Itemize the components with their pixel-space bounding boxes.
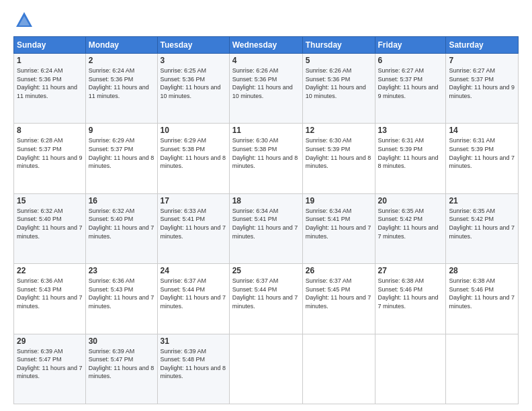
table-row: 29Sunrise: 6:39 AMSunset: 5:47 PMDayligh… xyxy=(14,334,86,404)
day-number: 10 xyxy=(161,126,226,135)
day-info: Sunrise: 6:29 AMSunset: 5:38 PMDaylight:… xyxy=(161,136,226,170)
day-info: Sunrise: 6:37 AMSunset: 5:45 PMDaylight:… xyxy=(306,277,372,310)
col-sunday: Sunday xyxy=(14,37,86,54)
day-number: 7 xyxy=(449,56,515,65)
day-info: Sunrise: 6:31 AMSunset: 5:39 PMDaylight:… xyxy=(378,136,443,170)
day-number: 11 xyxy=(232,126,300,135)
table-row: 28Sunrise: 6:38 AMSunset: 5:46 PMDayligh… xyxy=(446,264,519,334)
day-info: Sunrise: 6:25 AMSunset: 5:36 PMDaylight:… xyxy=(161,66,226,100)
col-tuesday: Tuesday xyxy=(157,37,229,54)
table-row: 16Sunrise: 6:32 AMSunset: 5:40 PMDayligh… xyxy=(85,193,157,263)
day-number: 14 xyxy=(449,126,515,135)
day-info: Sunrise: 6:36 AMSunset: 5:43 PMDaylight:… xyxy=(17,277,83,310)
day-info: Sunrise: 6:26 AMSunset: 5:36 PMDaylight:… xyxy=(232,66,300,100)
page: Sunday Monday Tuesday Wednesday Thursday… xyxy=(0,0,532,411)
table-row: 20Sunrise: 6:35 AMSunset: 5:42 PMDayligh… xyxy=(375,193,446,263)
table-row: 2Sunrise: 6:24 AMSunset: 5:36 PMDaylight… xyxy=(85,54,157,124)
day-number: 30 xyxy=(89,336,154,346)
day-number: 18 xyxy=(232,196,300,205)
day-info: Sunrise: 6:32 AMSunset: 5:40 PMDaylight:… xyxy=(89,207,154,240)
day-info: Sunrise: 6:39 AMSunset: 5:47 PMDaylight:… xyxy=(89,347,154,381)
table-row: 6Sunrise: 6:27 AMSunset: 5:37 PMDaylight… xyxy=(375,54,446,124)
day-info: Sunrise: 6:30 AMSunset: 5:38 PMDaylight:… xyxy=(232,136,300,170)
day-info: Sunrise: 6:29 AMSunset: 5:37 PMDaylight:… xyxy=(89,136,154,170)
day-number: 20 xyxy=(378,196,443,205)
table-row: 27Sunrise: 6:38 AMSunset: 5:46 PMDayligh… xyxy=(375,264,446,334)
day-info: Sunrise: 6:36 AMSunset: 5:43 PMDaylight:… xyxy=(89,277,154,310)
table-row xyxy=(302,334,375,404)
table-row: 26Sunrise: 6:37 AMSunset: 5:45 PMDayligh… xyxy=(302,264,375,334)
day-info: Sunrise: 6:35 AMSunset: 5:42 PMDaylight:… xyxy=(449,207,515,240)
table-row: 9Sunrise: 6:29 AMSunset: 5:37 PMDaylight… xyxy=(85,124,157,193)
logo-icon xyxy=(15,11,34,30)
day-number: 23 xyxy=(89,266,154,275)
day-number: 24 xyxy=(161,266,226,275)
day-number: 3 xyxy=(161,56,226,65)
day-info: Sunrise: 6:27 AMSunset: 5:37 PMDaylight:… xyxy=(378,66,443,100)
day-number: 26 xyxy=(306,266,372,275)
day-number: 21 xyxy=(449,196,515,205)
day-number: 1 xyxy=(17,56,83,65)
col-thursday: Thursday xyxy=(302,37,375,54)
col-saturday: Saturday xyxy=(446,37,519,54)
table-row: 12Sunrise: 6:30 AMSunset: 5:39 PMDayligh… xyxy=(302,124,375,193)
day-number: 13 xyxy=(378,126,443,135)
header-row: Sunday Monday Tuesday Wednesday Thursday… xyxy=(14,37,519,54)
day-number: 16 xyxy=(89,196,154,205)
day-number: 9 xyxy=(89,126,154,135)
day-info: Sunrise: 6:37 AMSunset: 5:44 PMDaylight:… xyxy=(232,277,300,310)
day-info: Sunrise: 6:24 AMSunset: 5:36 PMDaylight:… xyxy=(17,66,83,100)
day-number: 6 xyxy=(378,56,443,65)
table-row: 18Sunrise: 6:34 AMSunset: 5:41 PMDayligh… xyxy=(229,193,302,263)
day-info: Sunrise: 6:27 AMSunset: 5:37 PMDaylight:… xyxy=(449,66,515,100)
calendar-week-row: 15Sunrise: 6:32 AMSunset: 5:40 PMDayligh… xyxy=(14,193,519,263)
day-number: 25 xyxy=(232,266,300,275)
table-row: 10Sunrise: 6:29 AMSunset: 5:38 PMDayligh… xyxy=(157,124,229,193)
col-wednesday: Wednesday xyxy=(229,37,302,54)
day-info: Sunrise: 6:26 AMSunset: 5:36 PMDaylight:… xyxy=(306,66,372,100)
table-row: 30Sunrise: 6:39 AMSunset: 5:47 PMDayligh… xyxy=(85,334,157,404)
day-number: 29 xyxy=(17,336,83,346)
table-row: 17Sunrise: 6:33 AMSunset: 5:41 PMDayligh… xyxy=(157,193,229,263)
table-row: 15Sunrise: 6:32 AMSunset: 5:40 PMDayligh… xyxy=(14,193,86,263)
day-number: 19 xyxy=(306,196,372,205)
day-info: Sunrise: 6:31 AMSunset: 5:39 PMDaylight:… xyxy=(449,136,515,170)
table-row xyxy=(229,334,302,404)
table-row: 7Sunrise: 6:27 AMSunset: 5:37 PMDaylight… xyxy=(446,54,519,124)
table-row: 24Sunrise: 6:37 AMSunset: 5:44 PMDayligh… xyxy=(157,264,229,334)
day-number: 5 xyxy=(306,56,372,65)
table-row: 4Sunrise: 6:26 AMSunset: 5:36 PMDaylight… xyxy=(229,54,302,124)
table-row: 3Sunrise: 6:25 AMSunset: 5:36 PMDaylight… xyxy=(157,54,229,124)
day-info: Sunrise: 6:37 AMSunset: 5:44 PMDaylight:… xyxy=(161,277,226,310)
table-row xyxy=(375,334,446,404)
table-row: 11Sunrise: 6:30 AMSunset: 5:38 PMDayligh… xyxy=(229,124,302,193)
table-row: 31Sunrise: 6:39 AMSunset: 5:48 PMDayligh… xyxy=(157,334,229,404)
day-number: 31 xyxy=(161,336,226,346)
day-info: Sunrise: 6:39 AMSunset: 5:47 PMDaylight:… xyxy=(17,347,83,381)
day-info: Sunrise: 6:34 AMSunset: 5:41 PMDaylight:… xyxy=(232,207,300,240)
header xyxy=(13,11,519,30)
table-row: 5Sunrise: 6:26 AMSunset: 5:36 PMDaylight… xyxy=(302,54,375,124)
day-info: Sunrise: 6:39 AMSunset: 5:48 PMDaylight:… xyxy=(161,347,226,381)
table-row: 23Sunrise: 6:36 AMSunset: 5:43 PMDayligh… xyxy=(85,264,157,334)
calendar-week-row: 22Sunrise: 6:36 AMSunset: 5:43 PMDayligh… xyxy=(14,264,519,334)
day-info: Sunrise: 6:30 AMSunset: 5:39 PMDaylight:… xyxy=(306,136,372,170)
day-number: 12 xyxy=(306,126,372,135)
day-info: Sunrise: 6:24 AMSunset: 5:36 PMDaylight:… xyxy=(89,66,154,100)
day-number: 4 xyxy=(232,56,300,65)
day-number: 2 xyxy=(89,56,154,65)
col-monday: Monday xyxy=(85,37,157,54)
table-row: 8Sunrise: 6:28 AMSunset: 5:37 PMDaylight… xyxy=(14,124,86,193)
table-row xyxy=(446,334,519,404)
day-number: 22 xyxy=(17,266,83,275)
table-row: 22Sunrise: 6:36 AMSunset: 5:43 PMDayligh… xyxy=(14,264,86,334)
day-info: Sunrise: 6:32 AMSunset: 5:40 PMDaylight:… xyxy=(17,207,83,240)
table-row: 21Sunrise: 6:35 AMSunset: 5:42 PMDayligh… xyxy=(446,193,519,263)
day-info: Sunrise: 6:38 AMSunset: 5:46 PMDaylight:… xyxy=(378,277,443,310)
day-info: Sunrise: 6:35 AMSunset: 5:42 PMDaylight:… xyxy=(378,207,443,240)
day-info: Sunrise: 6:34 AMSunset: 5:41 PMDaylight:… xyxy=(306,207,372,240)
calendar-table: Sunday Monday Tuesday Wednesday Thursday… xyxy=(13,36,519,404)
calendar-week-row: 8Sunrise: 6:28 AMSunset: 5:37 PMDaylight… xyxy=(14,124,519,193)
day-number: 15 xyxy=(17,196,83,205)
day-info: Sunrise: 6:38 AMSunset: 5:46 PMDaylight:… xyxy=(449,277,515,310)
